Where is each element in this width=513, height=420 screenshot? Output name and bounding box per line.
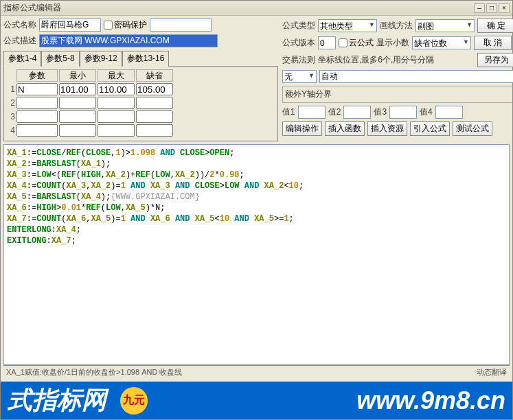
footer-banner: 式指标网 九元 www.9m8.cn [1, 382, 512, 419]
ver-input[interactable] [318, 36, 336, 49]
test-button[interactable]: 测试公式 [453, 121, 492, 136]
minimize-button[interactable]: – [474, 3, 485, 13]
param-def-input[interactable] [136, 83, 173, 95]
v2-input[interactable] [343, 106, 371, 119]
rule-select[interactable]: 无 [282, 70, 317, 83]
password-checkbox[interactable]: 密码保护 [104, 19, 147, 31]
titlebar: 指标公式编辑器 – □ × [1, 1, 512, 16]
statusbar: XA_1赋值:收盘价/1日前的收盘价>1.098 AND 收盘线 动态翻译 [3, 365, 510, 379]
param-name-input[interactable] [16, 124, 58, 137]
desc-input[interactable]: 股票下载网 WWW.GPXIAZAI.COM [39, 34, 218, 47]
cloud-checkbox[interactable]: 云公式 [339, 37, 374, 49]
param-min-input[interactable] [59, 97, 96, 109]
v3-input[interactable] [389, 106, 417, 119]
param-max-input[interactable] [98, 83, 135, 95]
tab-params-9-12[interactable]: 参数9-12 [80, 51, 122, 67]
param-min-input[interactable] [59, 110, 96, 123]
col-name: 参数 [16, 69, 58, 82]
close-button[interactable]: × [499, 3, 510, 13]
v1-input[interactable] [298, 106, 326, 119]
name-label: 公式名称 [3, 19, 36, 31]
col-min: 最小 [59, 69, 96, 82]
import-button[interactable]: 引入公式 [410, 121, 450, 136]
tab-params-13-16[interactable]: 参数13-16 [122, 51, 170, 67]
type-select[interactable]: 其他类型 [318, 19, 377, 32]
param-def-input[interactable] [136, 110, 173, 123]
footer-right: www.9m8.cn [356, 386, 505, 415]
param-max-input[interactable] [98, 97, 135, 109]
coord-label: 坐标线位置,最多6个,用分号分隔 [318, 54, 475, 66]
draw-select[interactable]: 副图 [415, 19, 475, 32]
param-min-input[interactable] [59, 83, 96, 95]
param-row: 3 [7, 110, 275, 123]
param-name-input[interactable] [16, 110, 58, 123]
editop-button[interactable]: 编辑操作 [282, 121, 322, 136]
param-min-input[interactable] [59, 124, 96, 137]
code-editor[interactable]: XA_1:=CLOSE/REF(CLOSE,1)>1.098 AND CLOSE… [3, 144, 510, 365]
rule-label: 交易法则 [282, 54, 315, 66]
param-row: 2 [7, 97, 275, 109]
editor-window: 指标公式编辑器 – □ × 公式名称 密码保护 公式描述 股票下载网 WWW.G… [0, 0, 513, 420]
name-input[interactable] [39, 19, 101, 32]
insfn-button[interactable]: 插入函数 [325, 121, 365, 136]
tab-params-1-4[interactable]: 参数1-4 [3, 51, 41, 67]
param-tabs: 参数1-4 参数5-8 参数9-12 参数13-16 [3, 50, 278, 67]
ver-label: 公式版本 [282, 37, 315, 49]
dec-label: 显示小数 [376, 37, 409, 49]
draw-label: 画线方法 [380, 20, 413, 32]
param-row: 4 [7, 124, 275, 137]
type-label: 公式类型 [282, 20, 315, 32]
ok-button[interactable]: 确 定 [477, 19, 513, 33]
cancel-button[interactable]: 取 消 [474, 36, 512, 50]
param-name-input[interactable] [16, 83, 58, 95]
maximize-button[interactable]: □ [486, 3, 497, 13]
param-max-input[interactable] [98, 124, 135, 137]
param-max-input[interactable] [98, 110, 135, 123]
window-buttons: – □ × [474, 3, 510, 13]
param-row: 1 [7, 83, 275, 95]
extray-label: 额外Y轴分界 [285, 89, 332, 100]
col-max: 最大 [98, 69, 135, 82]
col-def: 缺省 [136, 69, 173, 82]
status-right: 动态翻译 [477, 367, 507, 377]
insres-button[interactable]: 插入资源 [367, 121, 407, 136]
param-name-input[interactable] [16, 97, 58, 109]
password-input[interactable] [150, 19, 212, 32]
v4-input[interactable] [435, 106, 463, 119]
coord-input[interactable] [319, 70, 513, 83]
window-title: 指标公式编辑器 [3, 2, 474, 14]
tab-params-5-8[interactable]: 参数5-8 [41, 51, 79, 67]
saveas-button[interactable]: 另存为 [477, 53, 513, 67]
dec-select[interactable]: 缺省位数 [412, 36, 471, 49]
desc-label: 公式描述 [3, 35, 36, 47]
params-panel: 参数 最小 最大 缺省 1 2 3 4 [3, 67, 278, 141]
status-left: XA_1赋值:收盘价/1日前的收盘价>1.098 AND 收盘线 [6, 367, 182, 377]
param-def-input[interactable] [136, 124, 173, 137]
content: 公式名称 密码保护 公式描述 股票下载网 WWW.GPXIAZAI.COM 参数… [1, 16, 512, 382]
param-def-input[interactable] [136, 97, 173, 109]
footer-logo: 九元 [120, 387, 148, 415]
footer-left: 式指标网 [8, 384, 106, 417]
